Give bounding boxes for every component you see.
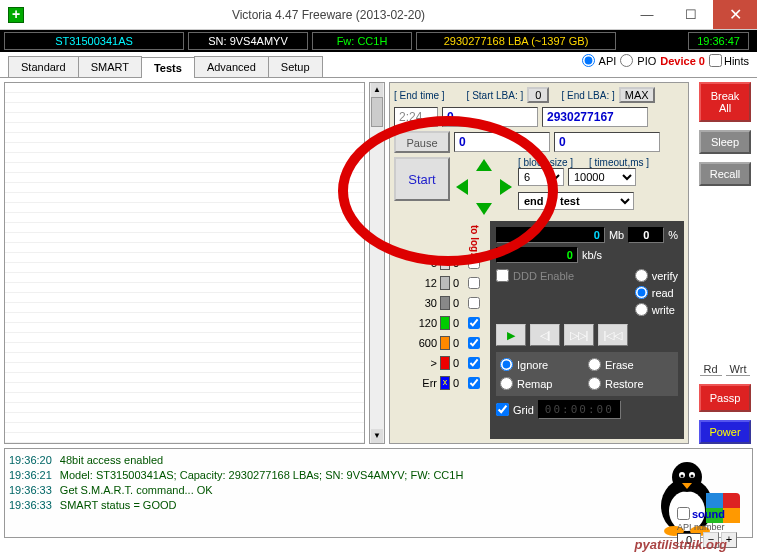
play-button[interactable]: ▶ [496,324,526,346]
close-button[interactable]: ✕ [713,0,757,29]
step-back-button[interactable]: ◁| [530,324,560,346]
info-bar: ST31500341AS SN: 9VS4AMYV Fw: CC1H 29302… [0,30,757,52]
nav-right-icon[interactable] [500,179,512,195]
tab-standard[interactable]: Standard [8,56,79,77]
right-input[interactable] [554,132,660,152]
maximize-button[interactable]: ☐ [669,0,713,29]
power-button[interactable]: Power [699,420,751,444]
sound-checkbox[interactable] [677,507,690,520]
tab-advanced[interactable]: Advanced [194,56,269,77]
minimize-button[interactable]: — [625,0,669,29]
kbs-meter: 0 [496,247,578,263]
nav-diamond [454,157,514,217]
legend-sq-30 [440,296,450,310]
block-size-select[interactable]: 6 [518,168,564,186]
legend-chk-12[interactable] [468,277,480,289]
end-lba-label: [ End LBA: ] [561,90,614,101]
tab-bar: Standard SMART Tests Advanced Setup API … [0,52,757,78]
nav-left-icon[interactable] [456,179,468,195]
read-radio[interactable] [635,286,648,299]
scroll-up-icon[interactable]: ▲ [371,83,383,97]
legend-chk-3[interactable] [468,257,480,269]
window-title: Victoria 4.47 Freeware (2013-02-20) [32,8,625,22]
ignore-radio[interactable] [500,358,513,371]
legend-sq-120 [440,316,450,330]
legend-chk-120[interactable] [468,317,480,329]
wrt-label: Wrt [726,363,751,376]
write-radio[interactable] [635,303,648,316]
start-lba-input[interactable] [442,107,538,127]
start-button[interactable]: Start [394,157,450,201]
legend-chk-600[interactable] [468,337,480,349]
break-all-button[interactable]: Break All [699,82,751,122]
drive-sn: SN: 9VS4AMYV [188,32,308,50]
mb-meter: 0 [496,227,605,243]
scan-grid [4,82,365,444]
erase-radio[interactable] [588,358,601,371]
skip-fwd-button[interactable]: ▷▷| [564,324,594,346]
end-of-test-select[interactable]: end of test [518,192,634,210]
passp-button[interactable]: Passp [699,384,751,412]
skip-back-button[interactable]: |◁◁ [598,324,628,346]
tab-setup[interactable]: Setup [268,56,323,77]
end-lba-input[interactable] [542,107,648,127]
nav-up-icon[interactable] [476,159,492,171]
verify-radio[interactable] [635,269,648,282]
hints-checkbox[interactable] [709,54,722,67]
meters-panel: 0Mb 0% 0kb/s DDD Enable verify read writ… [490,221,684,439]
grid-checkbox[interactable] [496,403,509,416]
grid-scrollbar[interactable]: ▲ ▼ [369,82,385,444]
clock: 19:36:47 [688,32,749,50]
scroll-down-icon[interactable]: ▼ [371,429,383,443]
legend-chk-err[interactable] [468,377,480,389]
svg-rect-10 [706,493,723,508]
start-lba-label: [ Start LBA: ] [467,90,524,101]
tab-tests[interactable]: Tests [141,57,195,78]
legend: to log: 30 120 300 1200 6000 >0 Errx0 [394,221,484,439]
control-panel: [ End time ] [ Start LBA: ] 0 [ End LBA:… [389,82,689,444]
sidebar-right: Break All Sleep Recall RdWrt Passp Power [693,78,757,448]
watermark: pyatilistnik.org [635,537,727,552]
pause-button[interactable]: Pause [394,131,450,153]
tab-smart[interactable]: SMART [78,56,142,77]
legend-sq-3 [440,256,450,270]
api-radio[interactable] [582,54,595,67]
legend-sq-12 [440,276,450,290]
timeout-label: [ timeout,ms ] [589,157,649,168]
svg-point-6 [691,475,694,478]
nav-down-icon[interactable] [476,203,492,215]
device-label: Device 0 [660,55,705,67]
timer-display: 00:00:00 [538,400,621,419]
rd-label: Rd [700,363,722,376]
legend-chk-30[interactable] [468,297,480,309]
drive-model: ST31500341AS [4,32,184,50]
end-time-label: [ End time ] [394,90,445,101]
end-time-input[interactable] [394,107,438,127]
legend-sq-gt [440,356,450,370]
max-button[interactable]: MAX [619,87,655,103]
app-icon [8,7,24,23]
mid-input[interactable] [454,132,550,152]
legend-chk-gt[interactable] [468,357,480,369]
pct-meter: 0 [628,227,664,243]
legend-sq-600 [440,336,450,350]
timeout-select[interactable]: 10000 [568,168,636,186]
log-area: 19:36:2048bit access enabled 19:36:21Mod… [4,448,753,538]
drive-fw: Fw: CC1H [312,32,412,50]
ddd-checkbox[interactable] [496,269,509,282]
scroll-thumb[interactable] [371,97,383,127]
legend-sq-err: x [440,376,450,390]
drive-lba: 2930277168 LBA (~1397 GB) [416,32,616,50]
titlebar: Victoria 4.47 Freeware (2013-02-20) — ☐ … [0,0,757,30]
api-number-label: API number [677,522,749,532]
pio-radio[interactable] [620,54,633,67]
svg-point-5 [681,475,684,478]
remap-radio[interactable] [500,377,513,390]
restore-radio[interactable] [588,377,601,390]
block-size-label: [ block size ] [518,157,573,168]
start-lba-zero-button[interactable]: 0 [527,87,549,103]
to-log-label: to log: [469,225,480,256]
sleep-button[interactable]: Sleep [699,130,751,154]
recall-button[interactable]: Recall [699,162,751,186]
